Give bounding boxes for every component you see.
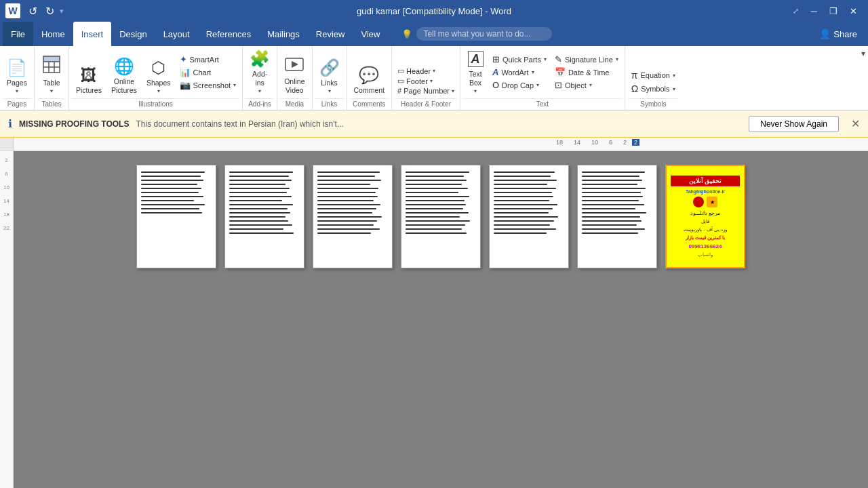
menu-review[interactable]: Review bbox=[308, 22, 353, 46]
equation-button[interactable]: π Equation ▾ bbox=[628, 68, 679, 82]
minimize-button[interactable]: ─ bbox=[806, 5, 823, 18]
restore-button[interactable]: ❐ bbox=[824, 5, 843, 18]
chart-icon: 📊 bbox=[180, 67, 191, 77]
textbox-button[interactable]: A TextBox ▾ bbox=[463, 49, 488, 96]
ribbon-expand-area: ▾ bbox=[859, 46, 868, 110]
text-line bbox=[582, 216, 640, 218]
text-line bbox=[582, 232, 638, 234]
online-pictures-button[interactable]: 🌐 OnlinePictures bbox=[107, 49, 141, 96]
menu-mailings[interactable]: Mailings bbox=[259, 22, 308, 46]
text-line bbox=[406, 228, 462, 230]
signature-button[interactable]: ✎ Signature Line ▾ bbox=[551, 53, 622, 66]
quick-parts-button[interactable]: ⊞ Quick Parts ▾ bbox=[489, 53, 550, 66]
pictures-button[interactable]: 🖼 Pictures bbox=[72, 49, 106, 96]
table-button[interactable]: Table ▾ bbox=[37, 54, 66, 96]
text-line bbox=[141, 180, 203, 181]
v-ruler-22: 22 bbox=[3, 226, 9, 231]
online-video-label: OnlineVideo bbox=[284, 77, 304, 94]
symbols-buttons: π Equation ▾ Ω Symbols ▾ bbox=[628, 68, 679, 96]
addins-button[interactable]: 🧩 Add-ins ▾ bbox=[245, 49, 274, 96]
dropcap-arrow: ▾ bbox=[536, 82, 539, 88]
icon-circle-1 bbox=[693, 197, 704, 207]
ruler-mark-6: 6 bbox=[609, 139, 612, 146]
notification-bar: ℹ MISSING PROOFING TOOLS This document c… bbox=[0, 110, 868, 138]
media-group-label: Media bbox=[280, 98, 309, 110]
menu-references[interactable]: References bbox=[198, 22, 259, 46]
title-bar-left: W ↺ ↻ ▾ bbox=[5, 3, 64, 19]
menu-view[interactable]: View bbox=[353, 22, 388, 46]
screenshot-button[interactable]: 📷 Screenshot ▾ bbox=[176, 79, 240, 92]
menu-home[interactable]: Home bbox=[33, 22, 73, 46]
qat-dropdown[interactable]: ▾ bbox=[60, 7, 64, 16]
chart-label: Chart bbox=[193, 68, 212, 77]
shapes-button[interactable]: ⬡ Shapes ▾ bbox=[142, 49, 175, 96]
text-line bbox=[494, 212, 549, 214]
document-area: 2 6 10 14 18 22 bbox=[0, 151, 868, 488]
comments-group-label: Comments bbox=[350, 98, 389, 110]
text-line bbox=[229, 212, 290, 214]
text-line bbox=[229, 232, 294, 234]
text-line bbox=[141, 188, 201, 189]
menu-layout[interactable]: Layout bbox=[155, 22, 198, 46]
header-button[interactable]: ▭ Header ▾ bbox=[395, 66, 457, 76]
menu-design[interactable]: Design bbox=[111, 22, 155, 46]
ribbon-group-symbols: π Equation ▾ Ω Symbols ▾ Symbols bbox=[625, 46, 682, 110]
text-line bbox=[582, 212, 646, 214]
text-line bbox=[494, 196, 553, 197]
text-line bbox=[494, 184, 547, 185]
tell-me-input[interactable] bbox=[416, 27, 552, 41]
never-show-again-button[interactable]: Never Show Again bbox=[749, 116, 839, 132]
text-line bbox=[406, 208, 463, 209]
wordart-button[interactable]: A WordArt ▾ bbox=[489, 66, 550, 79]
v-ruler-2: 2 bbox=[5, 158, 7, 163]
links-button[interactable]: 🔗 Links ▾ bbox=[315, 58, 344, 96]
page-thumb-2[interactable] bbox=[224, 165, 304, 268]
shapes-label: Shapes bbox=[146, 79, 171, 87]
comment-button[interactable]: 💬 Comment bbox=[350, 65, 389, 96]
text-line bbox=[494, 228, 556, 230]
smartart-button[interactable]: ✦ SmartArt bbox=[176, 53, 240, 66]
last-page-site: Tahghighonline.ir bbox=[686, 189, 725, 194]
symbols-button[interactable]: Ω Symbols ▾ bbox=[628, 82, 679, 96]
menu-file[interactable]: File bbox=[3, 22, 33, 46]
addins-icon: 🧩 bbox=[250, 51, 270, 67]
text-line bbox=[141, 184, 197, 185]
tables-group-label: Tables bbox=[37, 98, 66, 110]
text-line bbox=[229, 176, 289, 177]
datetime-icon: 📅 bbox=[555, 67, 566, 77]
menu-insert[interactable]: Insert bbox=[73, 22, 112, 46]
page-thumb-4[interactable] bbox=[401, 165, 481, 268]
table-label: Table bbox=[43, 79, 60, 87]
text-line bbox=[229, 180, 292, 181]
text-line bbox=[494, 192, 552, 193]
page-thumb-5[interactable] bbox=[489, 165, 569, 268]
redo-button[interactable]: ↻ bbox=[43, 3, 57, 19]
footer-button[interactable]: ▭ Footer ▾ bbox=[395, 76, 457, 86]
notification-text: This document contains text in Persian (… bbox=[136, 119, 742, 129]
pages-button[interactable]: 📄 Pages ▾ bbox=[3, 58, 31, 96]
links-label: Links bbox=[321, 79, 338, 87]
undo-button[interactable]: ↺ bbox=[26, 3, 40, 19]
text-line bbox=[229, 220, 288, 222]
menu-bar: File Home Insert Design Layout Reference… bbox=[0, 22, 868, 46]
object-button[interactable]: ⊡ Object ▾ bbox=[551, 79, 622, 92]
chart-button[interactable]: 📊 Chart bbox=[176, 66, 240, 79]
page-thumb-3[interactable] bbox=[313, 165, 393, 268]
online-video-button[interactable]: OnlineVideo bbox=[280, 54, 309, 96]
dropcap-button[interactable]: ꓳ Drop Cap ▾ bbox=[489, 79, 550, 92]
page-thumb-1[interactable] bbox=[136, 165, 216, 268]
signature-label: Signature Line bbox=[565, 56, 613, 64]
close-button[interactable]: ✕ bbox=[844, 5, 863, 18]
text-line bbox=[141, 204, 205, 205]
ribbon-expand-button[interactable]: ▾ bbox=[861, 49, 865, 58]
share-button[interactable]: 👤 Share bbox=[811, 22, 865, 46]
page-thumb-6[interactable] bbox=[577, 165, 657, 268]
page-number-button[interactable]: # Page Number ▾ bbox=[395, 86, 457, 96]
text-line bbox=[582, 188, 646, 189]
datetime-button[interactable]: 📅 Date & Time bbox=[551, 66, 622, 79]
text-line bbox=[494, 200, 549, 201]
page-thumb-7-special[interactable]: تحقیق آنلاین Tahghighonline.ir ★ مرجع دا… bbox=[665, 165, 745, 268]
v-ruler-10: 10 bbox=[3, 185, 9, 190]
text-line bbox=[406, 200, 465, 201]
notification-close-button[interactable]: ✕ bbox=[851, 117, 860, 130]
